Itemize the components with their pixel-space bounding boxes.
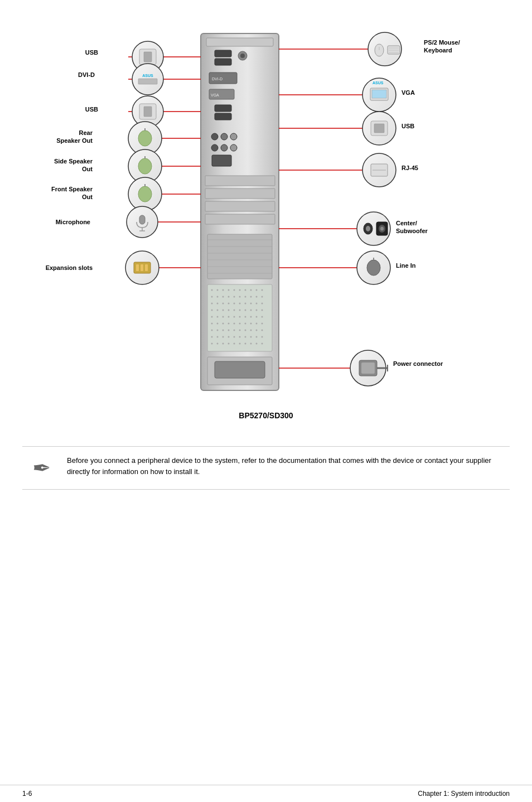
svg-point-61 [211,310,213,311]
svg-point-87 [245,323,246,325]
svg-point-66 [239,310,241,311]
svg-point-72 [217,316,219,318]
svg-point-93 [223,330,224,331]
svg-point-206 [367,260,380,276]
svg-point-83 [223,323,224,325]
svg-point-105 [234,336,235,338]
note-icon: ✒ [28,455,56,481]
svg-point-114 [228,343,230,345]
svg-point-80 [262,316,263,318]
svg-rect-21 [205,201,275,211]
svg-point-84 [228,323,230,325]
svg-point-51 [211,303,213,305]
svg-text:Side Speaker: Side Speaker [54,158,93,165]
svg-text:Center/: Center/ [396,220,417,226]
svg-point-109 [256,336,258,338]
svg-point-88 [250,323,252,325]
svg-point-140 [138,131,152,146]
svg-point-98 [250,330,252,331]
svg-point-99 [256,330,258,331]
svg-point-76 [239,316,241,318]
svg-text:Front Speaker: Front Speaker [51,186,93,192]
svg-text:USB: USB [85,49,98,56]
svg-rect-20 [205,189,275,199]
svg-rect-131 [138,79,157,84]
svg-point-89 [256,323,258,325]
svg-point-14 [230,133,237,140]
svg-point-31 [211,289,213,291]
svg-point-198 [366,226,370,231]
svg-rect-2 [215,50,231,57]
svg-point-116 [239,343,241,345]
svg-point-38 [250,289,252,291]
svg-point-104 [228,336,230,338]
svg-point-36 [239,289,241,291]
svg-point-79 [256,316,258,318]
svg-text:USB: USB [402,123,414,129]
svg-point-82 [217,323,219,325]
svg-point-64 [228,310,230,311]
svg-point-45 [234,296,235,298]
svg-point-90 [262,323,263,325]
svg-point-115 [234,343,235,345]
svg-point-12 [211,133,218,140]
svg-point-81 [211,323,213,325]
svg-rect-158 [139,215,145,224]
svg-text:PS/2 Mouse/: PS/2 Mouse/ [424,39,460,46]
svg-point-95 [234,330,235,331]
svg-point-91 [211,330,213,331]
svg-text:Out: Out [82,194,93,200]
svg-text:USB: USB [85,106,98,113]
svg-text:Subwoofer: Subwoofer [396,228,428,234]
svg-point-52 [217,303,219,305]
svg-rect-136 [144,107,152,117]
footer-chapter: Chapter 1: System introduction [418,790,510,798]
svg-rect-212 [361,363,375,374]
svg-point-57 [245,303,246,305]
svg-point-43 [223,296,224,298]
svg-rect-1 [206,38,273,46]
svg-point-118 [250,343,252,345]
svg-point-13 [221,133,228,140]
svg-point-152 [138,186,152,202]
svg-text:Rear: Rear [79,129,93,136]
svg-point-46 [239,296,241,298]
svg-point-68 [250,310,252,311]
svg-point-42 [217,296,219,298]
svg-point-15 [211,144,218,151]
svg-point-55 [234,303,235,305]
svg-text:ASUS: ASUS [142,74,153,78]
svg-point-54 [228,303,230,305]
svg-point-34 [228,289,230,291]
svg-point-56 [239,303,241,305]
svg-point-37 [245,289,246,291]
svg-rect-3 [215,59,231,65]
svg-point-201 [380,227,384,231]
svg-point-117 [245,343,246,345]
svg-point-111 [211,343,213,345]
note-text: Before you connect a peripheral device t… [67,455,504,477]
svg-point-5 [240,54,245,58]
svg-point-50 [262,296,263,298]
svg-point-33 [223,289,224,291]
svg-point-146 [138,158,152,174]
svg-rect-23 [207,234,272,279]
svg-text:Microphone: Microphone [56,219,90,225]
svg-point-92 [217,330,219,331]
svg-point-60 [262,303,263,305]
svg-point-58 [250,303,252,305]
svg-point-49 [256,296,258,298]
svg-point-53 [223,303,224,305]
svg-point-16 [221,144,228,151]
svg-point-77 [245,316,246,318]
footer-page-number: 1-6 [22,790,32,798]
svg-rect-173 [388,46,400,54]
svg-point-39 [256,289,258,291]
svg-point-78 [250,316,252,318]
svg-point-119 [256,343,258,345]
svg-rect-11 [215,113,231,120]
svg-point-120 [262,343,263,345]
svg-text:DVI-D: DVI-D [78,71,95,78]
svg-point-75 [234,316,235,318]
svg-rect-166 [141,264,143,271]
